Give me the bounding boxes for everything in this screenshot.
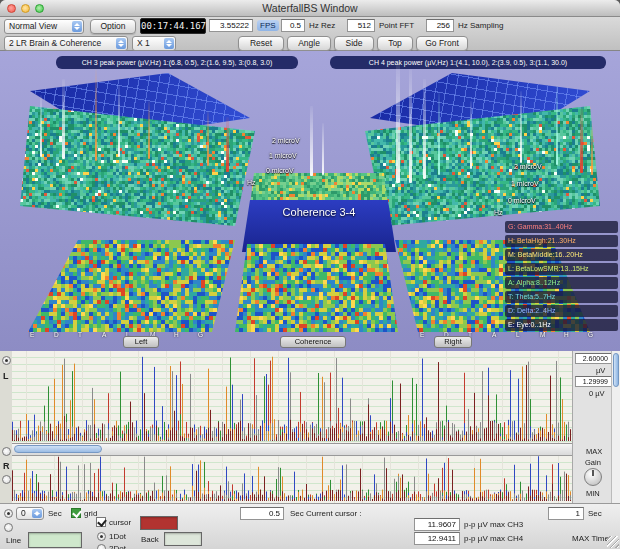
waveform-panel: L R 2.60000 µV 1.29999 0 µV MAX Gain MIN [0,351,620,503]
waveform-canvas[interactable] [12,351,572,503]
freq-band-tick: A [102,331,106,338]
cursor-checkbox[interactable] [96,517,106,527]
power-spike [310,106,313,176]
uv-zero-label: 0 µV [589,389,605,398]
legend-item: A: Alpha:8..12Hz [505,277,618,289]
display-mode-select[interactable]: 2 LR Brain & Coherence [4,36,128,51]
channel-splitter[interactable] [12,443,572,456]
power-spike [423,79,426,179]
uv-max-field[interactable]: 2.60000 [575,353,612,364]
grid-checkbox[interactable] [71,508,81,518]
current-cursor-field[interactable]: 0.5 [240,507,284,520]
freq-band-tick: G [198,331,203,338]
line-color-swatch[interactable] [28,532,82,548]
legend-item: T: Theta:5..7Hz [505,291,618,303]
window-sec-field[interactable]: 1 [548,507,584,520]
gain-knob[interactable] [584,468,602,486]
freq-band-tick: H [174,331,179,338]
right-scale-2uv: 2 microV [514,163,542,170]
vscroll-thumb[interactable] [613,353,619,387]
legend-item: D: Delta:2..4Hz [505,305,618,317]
power-spike [62,79,65,159]
sec-offset-select[interactable]: 0 [16,507,44,520]
fps-label: FPS [257,20,279,31]
fps-value-field[interactable]: 3.55222 [209,19,253,32]
zoom-button[interactable] [35,4,44,13]
gain-label: Gain [585,458,601,467]
dot2-label: 2Dot [109,544,126,549]
splitter-radio[interactable] [2,447,11,456]
ch3-pp-caption: p-p µV max CH3 [464,520,523,529]
right-scale-0uv: 0 microV [508,197,536,204]
stepper-arrows-icon [116,38,126,49]
power-spike [591,123,593,175]
power-spike [520,91,522,163]
left-channel-radio[interactable] [2,356,11,365]
window-title: WaterfallBS Window [0,0,620,16]
freq-band-tick: A [492,331,496,338]
waterfallbs-window: WaterfallBS Window Normal View Option 00… [0,0,620,549]
hz-axis-label: Hz [494,209,503,216]
view-mode-select[interactable]: Normal View [4,19,84,34]
scene-3d-view[interactable]: CH 3 peak power (µV,Hz) 1:(6.8, 0.5), 2:… [0,51,620,351]
right-panel-button[interactable]: Right [434,336,472,348]
center-scale-2uv: 2 microV [272,137,300,144]
power-spike [396,63,400,183]
left-heatmap [25,240,237,332]
freq-band-tick: T [78,331,82,338]
frequency-band-legend: G: Gamma:31..40Hz H: BetaHigh:21..30Hz M… [505,221,618,333]
ch4-peak-label: CH 4 peak power (µV,Hz) 1:(4.1, 10.0), 2… [330,56,606,69]
angle-button[interactable]: Angle [287,36,331,51]
hz-rez-field[interactable]: 0.5 [281,19,305,32]
time-scale-radio-2[interactable] [4,523,13,532]
go-front-button[interactable]: Go Front [416,36,468,51]
dot2-radio[interactable] [97,544,106,549]
window-sec-label: Sec [588,509,602,518]
back-label: Back [141,535,159,544]
title-bar[interactable]: WaterfallBS Window [0,0,620,17]
power-spike [438,93,440,175]
current-cursor-caption: Sec Current cursor : [290,509,362,518]
top-button[interactable]: Top [377,36,413,51]
legend-item: L: BetaLowSMR:13..15Hz [505,263,618,275]
right-channel-radio[interactable] [2,475,11,484]
dot1-radio[interactable] [97,532,106,541]
right-channel-label: R [3,461,10,471]
left-panel-button[interactable]: Left [123,336,159,348]
dot1-label: 1Dot [109,532,126,541]
sec-label: Sec [48,509,62,518]
fft-points-label: Point FFT [379,21,414,30]
max-time-label: MAX Time [572,534,609,543]
option-button[interactable]: Option [90,19,136,34]
resize-grip[interactable] [607,536,619,548]
fft-points-field[interactable]: 512 [347,19,375,32]
hz-rez-label: Hz Rez [309,21,335,30]
power-spike [148,101,150,159]
cursor-color-swatch[interactable] [140,516,178,530]
gain-min-label: MIN [586,489,600,498]
time-scale-radio-1[interactable] [4,509,13,518]
minimize-button[interactable] [21,4,30,13]
hscroll-thumb[interactable] [14,445,102,453]
hz-axis-label: Hz [247,179,256,186]
power-spike [118,85,120,157]
bottom-controls: 0 Sec grid Line cursor 1Dot 2Dot Back 0.… [0,503,620,549]
freq-band-tick: D [54,331,59,338]
close-button[interactable] [7,4,16,13]
vertical-scrollbar[interactable] [611,351,620,503]
gain-max-label: MAX [586,447,602,456]
uv-mid-field[interactable]: 1.29999 [575,376,612,387]
center-scale-1uv: 1 microV [269,152,297,159]
power-spike [40,95,42,157]
power-spike [409,69,412,183]
power-spike [95,69,97,161]
side-button[interactable]: Side [334,36,374,51]
sampling-field[interactable]: 256 [426,19,454,32]
reset-button[interactable]: Reset [238,36,284,51]
freq-band-tick: E [420,331,424,338]
right-waterfall-surface [365,106,600,226]
zoom-scale-select[interactable]: X 1 [132,36,176,51]
coherence-panel-button[interactable]: Coherence [280,336,346,348]
line-label: Line [6,536,21,545]
back-color-swatch[interactable] [164,532,202,546]
